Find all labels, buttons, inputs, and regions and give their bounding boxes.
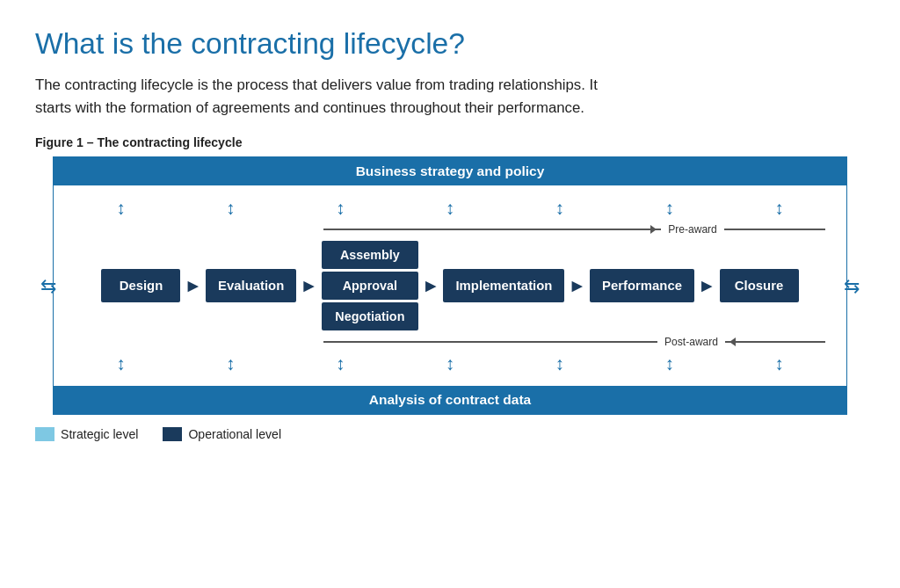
- bottom-arrows-row: ↕ ↕ ↕ ↕ ↕ ↕ ↕: [66, 350, 834, 377]
- performance-box: Performance: [590, 269, 694, 302]
- arrow-2: ►: [296, 275, 322, 296]
- updown-arrow-5: ↕: [555, 200, 564, 218]
- pre-award-label: Pre-award: [661, 223, 724, 236]
- strategic-label: Strategic level: [61, 427, 138, 441]
- closure-box: Closure: [720, 269, 799, 302]
- legend-operational: Operational level: [163, 427, 281, 441]
- top-arrows-row: ↕ ↕ ↕ ↕ ↕ ↕ ↕: [66, 194, 834, 221]
- design-box: Design: [101, 269, 180, 302]
- strategic-color-box: [35, 427, 54, 441]
- updown-arrow-7: ↕: [774, 200, 783, 218]
- legend-strategic: Strategic level: [35, 427, 138, 441]
- updown-arrow-4: ↕: [446, 200, 454, 218]
- updown-arrow-b1: ↕: [116, 355, 125, 374]
- footer-bar: Analysis of contract data: [54, 386, 846, 414]
- operational-label: Operational level: [188, 427, 281, 441]
- diagram-body: ↕ ↕ ↕ ↕ ↕ ↕ ↕ Pre-award: [54, 185, 846, 386]
- updown-arrow-b6: ↕: [664, 355, 673, 374]
- page-title: What is the contracting lifecycle?: [35, 26, 865, 62]
- updown-arrow-1: ↕: [116, 200, 125, 218]
- legend: Strategic level Operational level: [35, 427, 865, 441]
- main-flow-row: Design ► Evaluation ► Assembly Approval …: [66, 236, 834, 336]
- updown-arrow-b3: ↕: [336, 355, 345, 374]
- header-bar: Business strategy and policy: [54, 157, 846, 185]
- figure-label: Figure 1 – The contracting lifecycle: [35, 135, 865, 149]
- evaluation-box: Evaluation: [206, 269, 296, 302]
- updown-arrow-b5: ↕: [555, 355, 564, 374]
- updown-arrow-2: ↕: [226, 200, 235, 218]
- lifecycle-diagram: Business strategy and policy ↕ ↕ ↕ ↕ ↕ ↕…: [53, 156, 847, 415]
- arrow-1: ►: [180, 275, 206, 296]
- negotiation-box: Negotiation: [322, 302, 418, 330]
- updown-arrow-b7: ↕: [774, 355, 783, 374]
- implementation-box: Implementation: [443, 269, 564, 302]
- arrow-4: ►: [564, 275, 590, 296]
- updown-arrow-6: ↕: [664, 200, 673, 218]
- updown-arrow-b4: ↕: [446, 355, 454, 374]
- arrow-3: ►: [418, 275, 444, 296]
- updown-arrow-b2: ↕: [226, 355, 235, 374]
- updown-arrow-3: ↕: [336, 200, 345, 218]
- operational-color-box: [163, 427, 182, 441]
- post-award-label: Post-award: [657, 336, 725, 348]
- arrow-5: ►: [694, 275, 720, 296]
- stacked-group: Assembly Approval Negotiation: [322, 241, 418, 330]
- diagram-wrapper: ⇆ ⇆ Business strategy and policy ↕ ↕ ↕ ↕…: [53, 156, 847, 415]
- approval-box: Approval: [322, 272, 418, 300]
- page-subtitle: The contracting lifecycle is the process…: [35, 74, 633, 120]
- assembly-box: Assembly: [322, 241, 418, 269]
